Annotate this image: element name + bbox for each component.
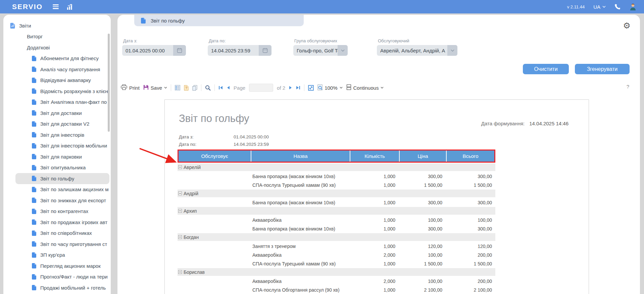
sidebar-items: Абонементи для фітнесу Аналіз часу приго… — [3, 53, 111, 293]
report-title: Звіт по гольфу — [179, 113, 249, 125]
collapse-icon[interactable] — [178, 209, 182, 213]
document-icon — [32, 198, 36, 203]
chevron-down-icon[interactable] — [338, 45, 348, 56]
filter-label: Дата з: — [122, 38, 186, 43]
document-map-icon[interactable]: ? — [184, 85, 189, 91]
calendar-icon[interactable] — [259, 45, 271, 56]
report-page: Звіт по гольфу Дата формування: 14.04.20… — [164, 99, 589, 294]
sidebar-item[interactable]: Відвідувачі аквапарку — [3, 75, 109, 86]
first-page-button[interactable] — [218, 86, 223, 90]
sidebar-item-label: Звіт по залишкам акцизних м — [40, 186, 109, 192]
document-icon — [32, 99, 36, 105]
generate-button[interactable]: Згенерувати — [575, 64, 630, 74]
collapse-icon[interactable] — [178, 270, 182, 274]
sidebar-item[interactable]: Аналіз часу приготування — [3, 64, 109, 75]
sidebar-item[interactable]: Звіт для парковки — [3, 151, 109, 162]
hamburger-menu-icon[interactable] — [53, 4, 59, 9]
search-icon[interactable] — [205, 85, 211, 91]
price-value: 300,00 — [399, 200, 446, 205]
sidebar-root-label: Звіти — [19, 23, 31, 29]
app-version: v 2.11.44 — [567, 4, 585, 9]
fullscreen-icon[interactable] — [308, 85, 314, 91]
sidebar-item-label: Звіт по продажах ігрових авт — [40, 219, 107, 225]
table-row: Аквааеробіка 2,000 100,00 200,00 — [178, 251, 495, 259]
sidebar-item[interactable]: Звіт опитувальника — [3, 162, 109, 173]
sidebar-item[interactable]: Звіт по гольфу — [15, 173, 109, 184]
sidebar-item-label: Звіт для доставки — [40, 110, 82, 116]
sidebar-item[interactable]: Звіт по контрагентах — [3, 206, 109, 217]
date-to-input[interactable]: 14.04.2025 23:59 — [208, 45, 271, 56]
zoom-control[interactable]: 100% — [317, 84, 342, 91]
report-formed-date: Дата формування: 14.04.2025 14:46 — [481, 121, 568, 126]
sidebar-item[interactable]: Звіт по знижках для експорт — [3, 195, 109, 206]
sidebar-item[interactable]: Звіт для доставки — [3, 108, 109, 119]
sidebar-item[interactable]: Звіт для доставки V2 — [3, 119, 109, 130]
document-icon — [32, 241, 36, 247]
collapse-icon[interactable] — [178, 192, 182, 195]
sidebar-item[interactable]: Звіт по залишкам акцизних м — [3, 184, 109, 195]
collapse-icon[interactable] — [178, 235, 182, 239]
sidebar-item[interactable]: Прогноз/Факт - люди на тери — [3, 271, 109, 283]
save-icon — [143, 85, 149, 91]
page-number-input[interactable] — [249, 84, 273, 92]
chart-icon[interactable] — [67, 4, 74, 10]
topbar: SERVIO v 2.11.44 UA — [0, 0, 644, 13]
calendar-icon[interactable] — [173, 45, 186, 56]
collapse-icon[interactable] — [178, 165, 182, 169]
document-icon — [32, 110, 36, 116]
staff-select[interactable]: Аврелій, Альберт, Андрій, А — [377, 45, 457, 56]
sidebar-item[interactable]: Абонементи для фітнесу — [3, 53, 109, 64]
next-page-button[interactable] — [289, 86, 292, 90]
group-name: Архип — [184, 208, 197, 214]
total-value: 2 100,00 — [446, 287, 495, 293]
sidebar-item-label: Звіт по часу приготування ст — [40, 241, 107, 247]
service-name: Банна пропарка (масаж віником 10хв) — [250, 200, 349, 205]
price-value: 1 500,00 — [399, 261, 446, 266]
document-icon — [32, 230, 36, 236]
help-button[interactable]: ? — [627, 84, 629, 89]
sidebar-item[interactable]: Відомість розрахунків з клієн — [3, 86, 109, 97]
document-icon — [32, 78, 36, 83]
prev-page-button[interactable] — [227, 86, 230, 90]
filter-label: Обслуговуючий — [377, 38, 457, 43]
layout-control[interactable]: Continuous — [346, 84, 384, 91]
column-header: Обслуговує — [179, 151, 251, 162]
sidebar-section-dodatkovi[interactable]: Додаткові — [3, 42, 111, 53]
clear-button[interactable]: Очистити — [523, 64, 569, 74]
sidebar-item-reports-root[interactable]: Звіти — [3, 20, 111, 31]
parameters-panel-icon[interactable] — [175, 85, 180, 90]
price-value: 300,00 — [399, 174, 446, 179]
sidebar-item[interactable]: Перегляд акцизних марок — [3, 260, 109, 271]
chevron-down-icon[interactable] — [447, 45, 457, 56]
sidebar-section-vytorg[interactable]: Виторг — [3, 31, 111, 42]
tab-golf-report[interactable]: Звіт по гольфу — [134, 15, 304, 26]
sidebar-item[interactable]: Звіт Аналітика план-факт по — [3, 97, 109, 108]
sidebar-item[interactable]: Звіт по продажах ігрових авт — [3, 217, 109, 228]
print-button[interactable]: Print — [121, 84, 140, 91]
copy-page-icon[interactable] — [192, 85, 197, 91]
filter-label: Дата по: — [208, 38, 271, 43]
main-panel: Звіт по гольфу ⚙ Дата з: 01.04.2025 00:0… — [117, 15, 640, 294]
staff-group-select[interactable]: Гольф-про, Golf Teaching, Go — [293, 45, 348, 56]
save-button[interactable]: Save — [143, 85, 167, 91]
phone-icon[interactable] — [614, 4, 621, 10]
sidebar-item[interactable]: ЗП кур'єра — [3, 250, 109, 261]
total-value: 100,00 — [446, 217, 495, 223]
gear-icon[interactable]: ⚙ — [623, 22, 631, 30]
sidebar-scrollbar[interactable] — [108, 34, 110, 132]
date-from-input[interactable]: 01.04.2025 00:00 — [122, 45, 186, 56]
column-header: Ціна — [400, 151, 447, 162]
language-selector[interactable]: UA — [593, 4, 606, 10]
document-icon — [32, 154, 36, 159]
servio-logo: SERVIO — [12, 3, 43, 11]
quantity-value: 2,000 — [349, 279, 399, 284]
sidebar-item-label: Звіт для інвесторів мобільни — [40, 143, 107, 149]
sidebar-item[interactable]: Звіт для інвесторів мобільни — [3, 140, 109, 152]
sidebar-item[interactable]: Звіт по часу приготування ст — [3, 239, 109, 250]
sidebar-item[interactable]: Продажі мобільний + готель — [3, 282, 109, 293]
sidebar-item[interactable]: Звіт для інвесторів — [3, 129, 109, 140]
sidebar-item[interactable]: Звіт по співробітниках — [3, 228, 109, 239]
group-row: Борислав — [178, 268, 495, 276]
user-avatar[interactable] — [629, 3, 637, 10]
last-page-button[interactable] — [296, 86, 300, 90]
